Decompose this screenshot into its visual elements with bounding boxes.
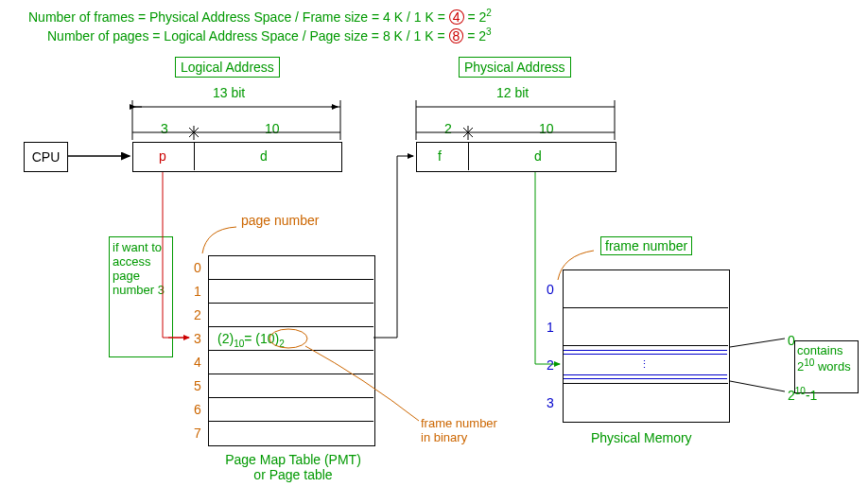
svg-line-15 [730, 339, 785, 347]
connectors-svg [0, 0, 868, 504]
svg-point-14 [269, 329, 307, 348]
svg-line-16 [730, 381, 785, 391]
